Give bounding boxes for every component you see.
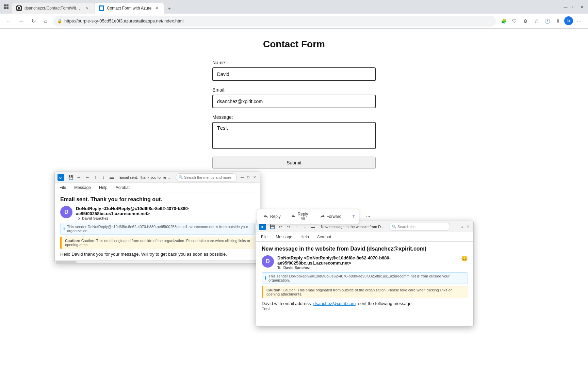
email-to-1: To David Sanchez	[76, 216, 255, 220]
svg-rect-0	[4, 4, 6, 6]
outlook-search-2[interactable]: 🔍	[389, 223, 450, 231]
search-icon-1: 🔍	[179, 175, 183, 179]
outlook-close-1[interactable]: ✕	[252, 175, 257, 180]
new-tab-button[interactable]: +	[164, 4, 174, 14]
menu-message-1[interactable]: Message	[72, 184, 93, 191]
email-avatar-1: D	[60, 206, 72, 218]
extensions-button[interactable]: 🧩	[499, 16, 508, 26]
menu-file-1[interactable]: File	[58, 184, 68, 191]
outlook-icon-1: O	[58, 174, 64, 181]
browser-content: Contact Form Name: Email: Message: Test …	[0, 29, 588, 367]
email-to-name-2: David Sanchez	[283, 266, 310, 270]
outlook-minimize-1[interactable]: —	[240, 175, 245, 180]
forward-button[interactable]: →	[16, 16, 26, 26]
tab-favicon-contact	[99, 5, 104, 11]
outlook-win-controls-2: — □ ✕	[453, 224, 471, 229]
back-button[interactable]: ←	[4, 16, 14, 26]
browser-titlebar: dsanchezcr/ContactFormWithAz... ✕ Contac…	[0, 0, 588, 14]
maximize-button[interactable]: □	[570, 3, 577, 10]
email-input[interactable]	[212, 95, 376, 108]
email-body-outro-2: sent the following message:	[358, 301, 412, 306]
tab-github[interactable]: dsanchezcr/ContactFormWithAz... ✕	[12, 3, 94, 14]
name-group: Name:	[212, 60, 376, 81]
outlook-title-1: Email sent. Thank you for reaching out. …	[117, 175, 174, 179]
menu-acrobat-1[interactable]: Acrobat	[114, 184, 132, 191]
home-button[interactable]: ⌂	[41, 16, 50, 26]
down-icon[interactable]: ↓	[100, 174, 107, 181]
save-icon[interactable]: 💾	[67, 174, 75, 181]
email-label: Email:	[212, 87, 376, 93]
svg-rect-2	[4, 7, 6, 9]
reply-toolbar: Reply Reply All Forward T ⋯	[257, 209, 359, 224]
redo-icon[interactable]: ↪	[83, 174, 91, 181]
forward-label: Forward	[326, 214, 341, 219]
minimize-button[interactable]: —	[562, 3, 569, 10]
email-body-1: Hello David thank you for your message. …	[60, 252, 255, 257]
outlook-minimize-2[interactable]: —	[453, 224, 458, 229]
reply-button[interactable]: Reply	[260, 212, 284, 221]
name-label: Name:	[212, 60, 376, 65]
downloads-button[interactable]: ⬇	[553, 16, 563, 26]
outlook-window-1: O 💾 ↩ ↪ ↑ ↓ ▬ Email sent. Thank you for …	[54, 172, 260, 264]
email-body-2: David with email address dsanchez@xpirit…	[262, 301, 468, 311]
outlook-search-1[interactable]: 🔍	[176, 173, 237, 181]
more-actions-button[interactable]: ⋯	[363, 213, 374, 220]
search-icon-2: 🔍	[392, 225, 396, 228]
outlook-maximize-1[interactable]: □	[246, 175, 251, 180]
emoji-button-2[interactable]: 😊	[461, 255, 468, 262]
tab-close-github[interactable]: ✕	[84, 5, 90, 11]
caution-bar-2: Caution: Caution: This email originated …	[262, 286, 468, 298]
outlook-menu-1: File Message Help Acrobat	[55, 183, 260, 192]
svg-rect-3	[6, 7, 9, 9]
more-button[interactable]: ⋯	[574, 16, 584, 26]
outlook-close-2[interactable]: ✕	[465, 224, 471, 229]
favorites-button[interactable]: ☆	[532, 16, 541, 26]
outlook-search-input-1[interactable]	[184, 175, 234, 179]
tab-contact-form[interactable]: Contact Form with Azure ✕	[95, 3, 164, 14]
email-warning-text-1: This sender DoNotReply@c10d6f8c-8e62-407…	[67, 225, 251, 233]
message-input[interactable]: Test	[212, 122, 376, 149]
email-warning-text-2: This sender DoNotReply@c10d6f8c-8e62-407…	[268, 274, 465, 282]
teams-button[interactable]: T	[349, 212, 359, 221]
outlook-window-2: O 💾 ↩ ↪ ↑ ↓ ▬ New message in the website…	[256, 221, 474, 326]
url-text: https://purple-sky-05cd51e0f3.azurestati…	[64, 18, 492, 23]
outlook-maximize-2[interactable]: □	[459, 224, 464, 229]
undo-icon[interactable]: ↩	[75, 174, 83, 181]
email-link-2[interactable]: dsanchez@xpirit.com	[313, 301, 356, 306]
refresh-button[interactable]: ↻	[29, 16, 38, 26]
outlook-search-input-2[interactable]	[397, 225, 447, 229]
menu-help-2[interactable]: Help	[298, 233, 311, 241]
reply-label: Reply	[270, 214, 281, 219]
menu-message-2[interactable]: Message	[274, 233, 294, 241]
history-button[interactable]: 🕐	[542, 16, 552, 26]
bar-icon[interactable]: ▬	[108, 174, 115, 181]
scroll-thumb-1[interactable]	[56, 261, 77, 263]
svg-text:O: O	[59, 176, 62, 179]
menu-acrobat-2[interactable]: Acrobat	[315, 233, 333, 241]
close-button[interactable]: ✕	[578, 3, 585, 10]
outlook-menu-2: File Message Help Acrobat	[256, 232, 473, 242]
address-bar[interactable]: 🔒 https://purple-sky-05cd51e0f3.azuresta…	[53, 16, 496, 27]
email-subject-1: Email sent. Thank you for reaching out.	[60, 196, 255, 203]
shield-button[interactable]: 🛡	[510, 16, 519, 26]
outlook-email-content-2: New message in the website from David (d…	[256, 242, 473, 326]
reply-all-label: Reply All	[297, 212, 309, 221]
settings-button[interactable]: ⚙	[521, 16, 530, 26]
toolbar-actions: 🧩 🛡 ⚙ ☆ 🕐 ⬇ b ⋯	[499, 16, 584, 26]
profile-button[interactable]: b	[564, 16, 573, 25]
tab-grid-icon[interactable]	[3, 3, 10, 10]
forward-button[interactable]: Forward	[316, 212, 345, 221]
email-warning-2: ℹ This sender DoNotReply@c10d6f8c-8e62-4…	[262, 272, 468, 284]
reply-all-button[interactable]: Reply All	[288, 210, 312, 223]
submit-button[interactable]: Submit	[212, 157, 376, 169]
menu-help-1[interactable]: Help	[97, 184, 110, 191]
name-input[interactable]	[212, 67, 376, 81]
up-icon[interactable]: ↑	[92, 174, 99, 181]
tab-close-contact[interactable]: ✕	[154, 5, 160, 11]
menu-file-2[interactable]: File	[259, 233, 270, 241]
horizontal-scroll-1[interactable]	[55, 260, 260, 263]
tab-bar: dsanchezcr/ContactFormWithAz... ✕ Contac…	[12, 0, 559, 14]
email-group: Email:	[212, 87, 376, 108]
email-sender-info-1: DoNotReply <DoNotReply@c10d6f8c-8e62-407…	[76, 206, 255, 220]
email-avatar-2: D	[262, 255, 274, 268]
